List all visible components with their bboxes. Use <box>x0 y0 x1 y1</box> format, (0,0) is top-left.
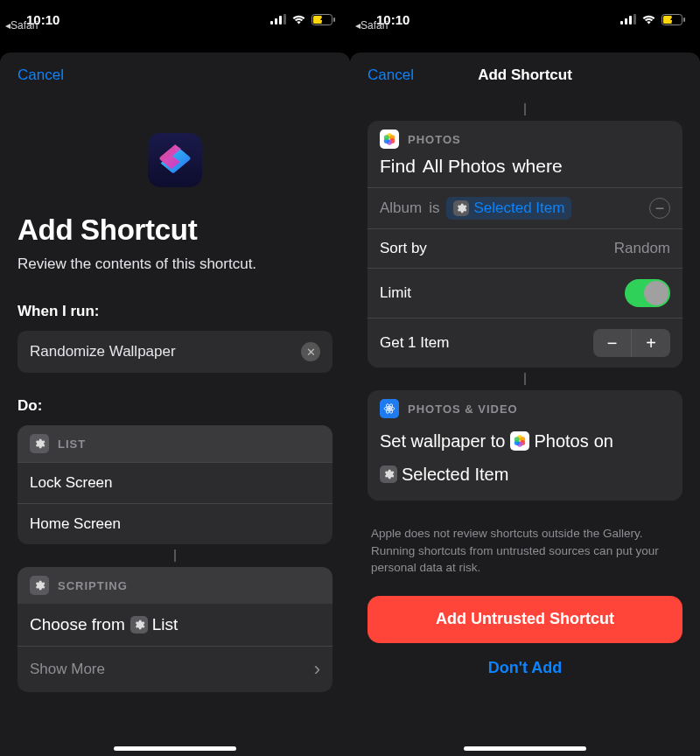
shortcut-name-value: Randomize Wallpaper <box>30 343 301 360</box>
photos-video-action-card: PHOTOS & VIDEO Set wallpaper to Photos o… <box>368 390 682 500</box>
sheet-left: Cancel Add Shortcut Review the contents … <box>0 52 350 756</box>
svg-rect-5 <box>683 18 685 22</box>
shortcut-name-field[interactable]: Randomize Wallpaper ✕ <box>18 331 332 373</box>
cancel-button[interactable]: Cancel <box>368 66 414 84</box>
back-to-safari[interactable]: Safari <box>5 19 38 32</box>
gear-icon <box>30 434 49 453</box>
limit-toggle[interactable] <box>625 279 670 307</box>
wifi-icon <box>641 14 656 24</box>
list-action-card: LIST Lock Screen Home Screen <box>18 425 332 544</box>
filter-row[interactable]: Album is Selected Item − <box>368 187 682 228</box>
find-photos-line[interactable]: Find All Photos where <box>368 152 682 187</box>
add-untrusted-button[interactable]: Add Untrusted Shortcut <box>368 596 682 643</box>
filter-op-label: is <box>429 200 439 217</box>
list-item[interactable]: Home Screen <box>18 503 332 544</box>
sheet-right: Cancel Add Shortcut PHOTOS Find All Phot… <box>350 52 700 756</box>
status-icons <box>620 14 686 25</box>
battery-icon <box>312 14 336 25</box>
chevron-right-icon: › <box>314 658 320 681</box>
set-wallpaper-line[interactable]: Set wallpaper to Photos on Selected Item <box>368 422 682 500</box>
battery-icon <box>662 14 686 25</box>
scripting-body[interactable]: Choose from List <box>18 604 332 646</box>
status-icons <box>270 14 336 25</box>
list-item[interactable]: Lock Screen <box>18 462 332 503</box>
cancel-button[interactable]: Cancel <box>18 66 64 84</box>
shortcuts-app-icon <box>148 133 202 187</box>
limit-row: Limit <box>368 268 682 318</box>
phone-right: 10:10 Safari Cancel Add Shortcut PHOTOS <box>350 0 700 756</box>
gear-icon <box>130 616 148 634</box>
show-more-row[interactable]: Show More › <box>18 646 332 692</box>
gear-icon <box>30 576 49 595</box>
list-token[interactable]: List <box>130 615 178 634</box>
svg-rect-2 <box>333 18 335 22</box>
action-connector <box>18 550 332 562</box>
when-i-run-label: When I run: <box>18 303 332 320</box>
action-connector <box>368 103 682 116</box>
untrusted-disclaimer: Apple does not review shortcuts outside … <box>371 525 679 577</box>
wifi-icon <box>291 14 306 24</box>
photos-app-icon <box>380 130 399 149</box>
photos-action-card: PHOTOS Find All Photos where Album is Se… <box>368 121 682 368</box>
photos-card-header: PHOTOS <box>368 121 682 152</box>
pv-card-header: PHOTOS & VIDEO <box>368 390 682 422</box>
back-to-safari[interactable]: Safari <box>355 19 388 32</box>
stepper-plus[interactable]: + <box>632 329 670 357</box>
sort-value: Random <box>614 240 670 257</box>
item-count-stepper[interactable]: − + <box>593 329 670 357</box>
svg-point-21 <box>514 437 520 442</box>
status-bar: 10:10 <box>350 0 700 38</box>
remove-filter-icon[interactable]: − <box>649 198 670 219</box>
scripting-header-text: SCRIPTING <box>58 579 128 592</box>
home-indicator[interactable] <box>114 746 236 751</box>
do-label: Do: <box>18 397 332 415</box>
sort-by-row[interactable]: Sort by Random <box>368 228 682 268</box>
filter-field-label: Album <box>380 200 422 217</box>
page-subtitle: Review the contents of this shortcut. <box>18 256 332 273</box>
home-indicator[interactable] <box>464 746 586 751</box>
page-title: Add Shortcut <box>18 214 332 247</box>
svg-point-12 <box>388 407 391 410</box>
gear-icon <box>380 466 397 483</box>
cellular-icon <box>620 14 636 24</box>
selected-item-token[interactable]: Selected Item <box>380 460 508 488</box>
nav-bar: Cancel Add Shortcut <box>368 52 682 98</box>
dont-add-button[interactable]: Don't Add <box>368 659 682 677</box>
photos-video-icon <box>380 399 399 418</box>
clear-icon[interactable]: ✕ <box>301 342 320 361</box>
cellular-icon <box>270 14 286 24</box>
action-connector <box>368 373 682 385</box>
scripting-card-header: SCRIPTING <box>18 567 332 604</box>
scripting-action-card: SCRIPTING Choose from List Show More › <box>18 567 332 692</box>
list-card-header: LIST <box>18 425 332 462</box>
photos-token[interactable]: Photos <box>510 427 588 455</box>
gear-icon <box>453 200 469 216</box>
status-bar: 10:10 <box>0 0 350 38</box>
get-items-row: Get 1 Item − + <box>368 318 682 368</box>
phone-left: 10:10 Safari Cancel Add Shortcut Review … <box>0 0 350 756</box>
nav-bar: Cancel <box>18 52 332 98</box>
stepper-minus[interactable]: − <box>593 329 632 357</box>
photos-app-icon <box>510 431 529 451</box>
list-header-text: LIST <box>58 438 86 451</box>
svg-point-11 <box>384 135 389 140</box>
selected-item-token[interactable]: Selected Item <box>446 197 571 220</box>
